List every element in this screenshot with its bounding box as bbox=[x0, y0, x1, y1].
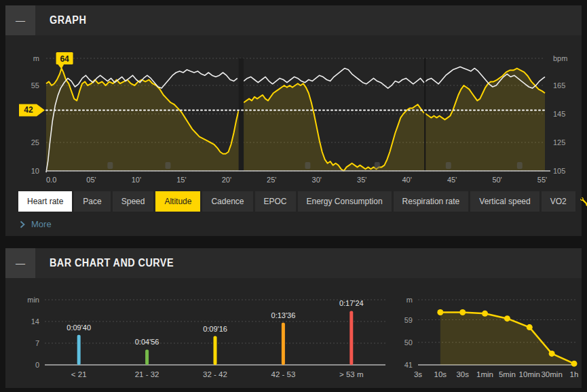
x-tick-label: 30min bbox=[541, 370, 562, 378]
lap-marker[interactable] bbox=[375, 162, 380, 169]
tab-vertical-speed[interactable]: Vertical speed bbox=[470, 191, 539, 212]
minus-icon: — bbox=[16, 258, 25, 269]
x-tick-label: 1h bbox=[570, 370, 579, 378]
altitude-heart-rate-chart[interactable]: 105125145165mbpm1025550.005'10'15'20'25'… bbox=[5, 49, 582, 190]
tab-heart-rate[interactable]: Heart rate bbox=[18, 191, 72, 212]
graph-section-title: GRAPH bbox=[50, 14, 86, 26]
bar-category-label: 32 - 42 bbox=[203, 370, 227, 378]
zone-bar[interactable] bbox=[77, 335, 81, 365]
chevron-right-icon bbox=[20, 220, 25, 229]
x-tick-label: 30s bbox=[456, 370, 469, 378]
bar-category-label: > 53 m bbox=[339, 370, 363, 378]
y-axis-unit: min bbox=[27, 296, 39, 304]
wrench-icon bbox=[580, 197, 587, 206]
bar-value-label: 0:17'24 bbox=[339, 299, 364, 307]
minus-icon: — bbox=[16, 15, 25, 26]
tab-pace[interactable]: Pace bbox=[74, 191, 110, 212]
lap-marker[interactable] bbox=[107, 162, 113, 169]
bar-value-label: 0:09'40 bbox=[67, 324, 91, 332]
left-y-tick-label: 25 bbox=[31, 138, 39, 146]
bar-category-label: 21 - 32 bbox=[135, 370, 159, 378]
bars-section-title: BAR CHART AND CURVE bbox=[50, 257, 174, 269]
bar-value-label: 0:13'36 bbox=[271, 311, 296, 319]
x-tick-label: 0.0 bbox=[46, 176, 56, 184]
graph-section: — GRAPH 105125145165mbpm1025550.005'10'1… bbox=[5, 5, 582, 236]
x-tick-label: 10' bbox=[132, 176, 141, 184]
left-y-tick-label: 10 bbox=[31, 167, 39, 175]
collapse-graph-button[interactable]: — bbox=[5, 5, 35, 35]
tab-epoc[interactable]: EPOC bbox=[255, 191, 296, 212]
lap-marker[interactable] bbox=[305, 162, 310, 169]
max-altitude-value: 64 bbox=[60, 54, 69, 64]
tab-speed[interactable]: Speed bbox=[113, 191, 154, 212]
left-axis-unit: m bbox=[33, 54, 39, 62]
x-tick-label: 5min bbox=[499, 370, 516, 378]
tab-energy-consumption[interactable]: Energy Consumption bbox=[298, 191, 392, 212]
y-axis-unit: m bbox=[406, 296, 413, 304]
right-y-tick-label: 105 bbox=[553, 167, 565, 175]
lap-marker[interactable] bbox=[165, 162, 170, 169]
zone-bar-chart[interactable]: min07140:09'40< 210:04'5621 - 320:09'163… bbox=[14, 293, 391, 385]
x-tick-label: 15' bbox=[176, 176, 186, 184]
graph-section-header: — GRAPH bbox=[5, 5, 582, 35]
more-link[interactable]: More bbox=[20, 219, 52, 229]
duration-curve-point[interactable] bbox=[459, 309, 466, 315]
tab-respiration-rate[interactable]: Respiration rate bbox=[394, 191, 469, 212]
altitude-area bbox=[244, 68, 545, 171]
y-tick-label: 59 bbox=[404, 316, 413, 324]
duration-curve-point[interactable] bbox=[527, 324, 533, 330]
duration-curve-point[interactable] bbox=[504, 315, 510, 321]
duration-curve-point[interactable] bbox=[437, 309, 443, 315]
right-y-tick-label: 145 bbox=[553, 110, 565, 118]
x-tick-label: 40' bbox=[402, 176, 411, 184]
app-page: — GRAPH 105125145165mbpm1025550.005'10'1… bbox=[0, 0, 587, 392]
y-tick-label: 0 bbox=[35, 361, 39, 369]
x-tick-label: 25' bbox=[267, 176, 276, 184]
bar-value-label: 0:09'16 bbox=[203, 325, 227, 333]
x-tick-label: 20' bbox=[222, 176, 231, 184]
x-tick-label: 45' bbox=[447, 176, 457, 184]
tools-button[interactable]: Tools bbox=[577, 197, 587, 206]
right-y-tick-label: 125 bbox=[553, 138, 565, 146]
zone-bar[interactable] bbox=[214, 336, 217, 365]
x-tick-label: 10s bbox=[434, 370, 447, 378]
bar-category-label: 42 - 53 bbox=[271, 370, 295, 378]
y-tick-label: 50 bbox=[404, 338, 413, 347]
x-tick-label: 50' bbox=[492, 176, 501, 184]
tab-vo2[interactable]: VO2 bbox=[542, 191, 575, 212]
y-tick-label: 7 bbox=[35, 339, 39, 347]
bars-section-header: — BAR CHART AND CURVE bbox=[5, 248, 582, 278]
collapse-bars-button[interactable]: — bbox=[5, 248, 35, 278]
bar-chart-and-curve-section: — BAR CHART AND CURVE min07140:09'40< 21… bbox=[5, 248, 582, 388]
bar-category-label: < 21 bbox=[71, 370, 87, 378]
zone-bar[interactable] bbox=[145, 349, 149, 365]
y-tick-label: 14 bbox=[31, 317, 39, 326]
altitude-area bbox=[46, 68, 239, 171]
x-tick-label: 30' bbox=[312, 176, 322, 184]
left-y-tick-label: 55 bbox=[31, 81, 39, 90]
right-y-tick-label: 165 bbox=[553, 81, 565, 90]
lap-marker[interactable] bbox=[446, 162, 451, 169]
right-axis-unit: bpm bbox=[553, 54, 567, 62]
duration-curve-chart[interactable]: m4150593s10s30s1min5min10min30min1h bbox=[392, 293, 582, 385]
y-tick-label: 41 bbox=[404, 361, 413, 369]
zone-bar[interactable] bbox=[349, 311, 353, 365]
pause-gap-band bbox=[239, 58, 244, 171]
duration-curve-point[interactable] bbox=[482, 311, 488, 317]
x-tick-label: 10min bbox=[519, 370, 540, 378]
average-altitude-value: 42 bbox=[24, 105, 33, 115]
more-label: More bbox=[31, 219, 52, 229]
x-tick-label: 1min bbox=[476, 370, 493, 378]
duration-curve-point[interactable] bbox=[571, 361, 577, 367]
metric-tab-row: Heart ratePaceSpeedAltitudeCadenceEPOCEn… bbox=[18, 191, 569, 212]
tab-cadence[interactable]: Cadence bbox=[202, 191, 252, 212]
zone-bar[interactable] bbox=[282, 323, 285, 365]
tab-altitude[interactable]: Altitude bbox=[155, 191, 200, 212]
duration-curve-point[interactable] bbox=[549, 351, 555, 357]
x-tick-label: 3s bbox=[414, 370, 422, 378]
bar-value-label: 0:04'56 bbox=[135, 338, 159, 346]
x-tick-label: 05' bbox=[86, 176, 96, 184]
lap-marker[interactable] bbox=[517, 162, 523, 169]
x-tick-label: 55' bbox=[537, 176, 547, 184]
x-tick-label: 35' bbox=[357, 176, 366, 184]
